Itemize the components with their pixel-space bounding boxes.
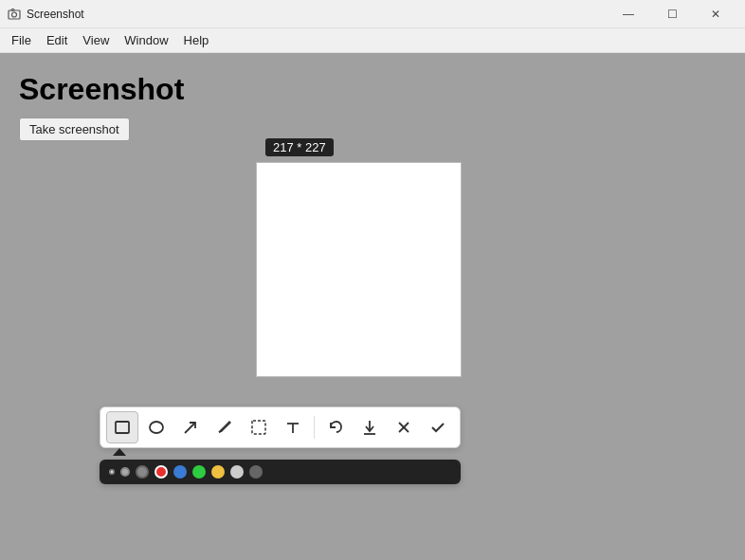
brush-size-large[interactable]	[136, 465, 149, 479]
screenshot-canvas	[256, 162, 462, 377]
pen-tool[interactable]	[209, 411, 241, 443]
dimension-label: 217 * 227	[265, 138, 334, 156]
close-button[interactable]: ✕	[694, 0, 737, 28]
menu-view[interactable]: View	[75, 31, 117, 49]
svg-line-6	[219, 431, 222, 432]
ellipse-tool[interactable]	[140, 411, 173, 443]
main-toolbar	[100, 406, 461, 448]
cancel-button[interactable]	[388, 411, 420, 443]
svg-rect-0	[9, 10, 20, 19]
brush-size-small[interactable]	[109, 469, 115, 475]
toolbar-wrapper	[100, 406, 461, 484]
svg-point-1	[12, 12, 17, 17]
undo-button[interactable]	[319, 411, 352, 443]
select-tool[interactable]	[243, 411, 275, 443]
confirm-button[interactable]	[422, 411, 454, 443]
text-tool[interactable]	[277, 411, 309, 443]
color-blue[interactable]	[173, 465, 187, 479]
menu-help[interactable]: Help	[176, 31, 217, 49]
title-bar-controls: — ☐ ✕	[607, 0, 737, 28]
svg-rect-7	[252, 421, 265, 434]
color-light-gray[interactable]	[230, 465, 244, 479]
main-content: Screenshot Take screenshot 217 * 227	[0, 53, 745, 560]
color-red[interactable]	[154, 465, 168, 479]
take-screenshot-button[interactable]: Take screenshot	[19, 117, 130, 141]
brush-size-medium[interactable]	[120, 467, 130, 477]
svg-point-4	[150, 422, 163, 433]
color-green[interactable]	[192, 465, 206, 479]
rectangle-tool[interactable]	[106, 411, 138, 443]
color-toolbar	[100, 460, 461, 484]
title-bar-left: Screenshot	[8, 8, 84, 21]
download-button[interactable]	[354, 411, 386, 443]
maximize-button[interactable]: ☐	[650, 0, 694, 28]
svg-rect-3	[116, 422, 129, 433]
toolbar-divider	[314, 416, 315, 439]
menu-bar: File Edit View Window Help	[0, 28, 745, 53]
color-yellow[interactable]	[211, 465, 225, 479]
minimize-button[interactable]: —	[607, 0, 650, 28]
menu-window[interactable]: Window	[117, 31, 175, 49]
arrow-tool[interactable]	[174, 411, 207, 443]
color-dark-gray[interactable]	[249, 465, 263, 479]
title-bar-label: Screenshot	[27, 8, 84, 21]
title-bar: Screenshot — ☐ ✕	[0, 0, 745, 28]
menu-edit[interactable]: Edit	[39, 31, 75, 49]
menu-file[interactable]: File	[4, 31, 39, 49]
toolbar-arrow	[113, 448, 126, 456]
svg-line-5	[185, 423, 195, 433]
page-title: Screenshot	[19, 72, 184, 107]
app-icon	[8, 8, 21, 21]
